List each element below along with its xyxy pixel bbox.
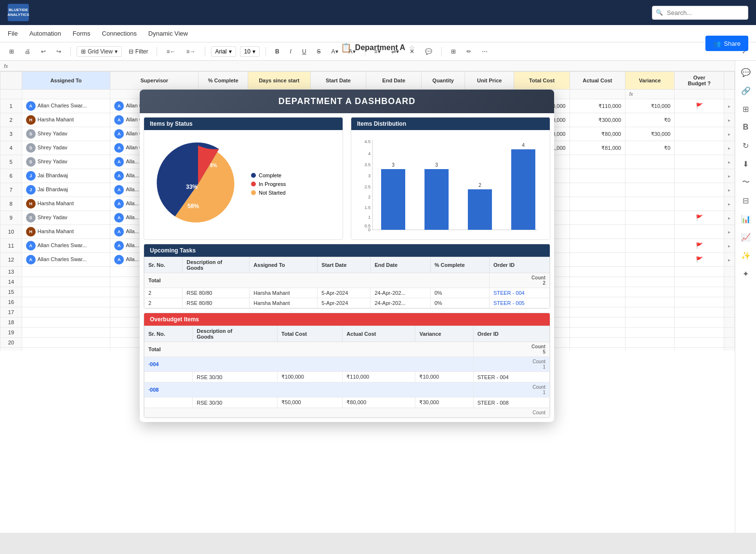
- cell-variance-6[interactable]: [625, 169, 675, 183]
- col-header-total-cost[interactable]: Total Cost: [514, 72, 570, 90]
- sidebar-table2-icon[interactable]: ⊟: [738, 193, 754, 208]
- cell-variance-9[interactable]: [625, 211, 675, 225]
- indent-right-button[interactable]: ≡→: [183, 46, 199, 57]
- bold-button[interactable]: B: [272, 46, 283, 57]
- cell-overbudget-5[interactable]: [675, 155, 724, 169]
- cell-overbudget-13[interactable]: [675, 267, 724, 277]
- cell-overbudget-18[interactable]: [675, 317, 724, 328]
- cell-variance-11[interactable]: [625, 239, 675, 253]
- sidebar-sparkle-icon[interactable]: ✦: [738, 266, 754, 281]
- cell-assigned-19[interactable]: [22, 328, 110, 338]
- col-header-days-since-start[interactable]: Days since start: [248, 72, 310, 90]
- cell-variance-16[interactable]: [625, 297, 675, 307]
- cell-overbudget-9[interactable]: 🚩: [675, 211, 724, 225]
- cell-assigned-2[interactable]: HHarsha Mahant: [22, 113, 110, 127]
- cell-variance-17[interactable]: [625, 307, 675, 317]
- comment-button[interactable]: 💬: [422, 46, 436, 57]
- col-header-actual-cost[interactable]: Actual Cost: [570, 72, 625, 90]
- cell-assigned-8[interactable]: HHarsha Mahant: [22, 197, 110, 211]
- cell-variance-12[interactable]: [625, 253, 675, 267]
- cell-overbudget-21[interactable]: [675, 348, 724, 351]
- cell-actualcost-19[interactable]: [570, 328, 625, 338]
- cell-overbudget-20[interactable]: [675, 338, 724, 348]
- cell-actualcost-10[interactable]: [570, 225, 625, 239]
- cell-assigned-13[interactable]: [22, 267, 110, 277]
- col-header-supervisor[interactable]: Supervisor: [110, 72, 199, 90]
- cell-overbudget-2[interactable]: [675, 113, 724, 127]
- cell-assigned-10[interactable]: HHarsha Mahant: [22, 225, 110, 239]
- grid-toggle-button[interactable]: ⊞: [6, 46, 17, 57]
- sidebar-link-icon[interactable]: 🔗: [738, 83, 754, 98]
- cell-overbudget-14[interactable]: [675, 277, 724, 287]
- sidebar-wave-icon[interactable]: 〜: [738, 174, 754, 190]
- cell-actualcost-17[interactable]: [570, 307, 625, 317]
- cell-assigned-7[interactable]: JJai Bhardwaj: [22, 183, 110, 197]
- sidebar-download-icon[interactable]: ⬇: [738, 156, 754, 171]
- menu-forms[interactable]: Forms: [73, 28, 91, 39]
- sidebar-refresh-icon[interactable]: ↻: [738, 138, 754, 153]
- cell-actualcost-2[interactable]: ₹300,000: [570, 113, 625, 127]
- table-button[interactable]: ⊞: [448, 46, 459, 57]
- cell-overbudget-16[interactable]: [675, 297, 724, 307]
- cell-variance-21[interactable]: [625, 348, 675, 351]
- cell-assigned-3[interactable]: SShrey Yadav: [22, 127, 110, 141]
- cell-overbudget-11[interactable]: 🚩: [675, 239, 724, 253]
- cell-variance-5[interactable]: [625, 155, 675, 169]
- cell-actualcost-18[interactable]: [570, 317, 625, 328]
- cell-assigned-9[interactable]: SShrey Yadav: [22, 211, 110, 225]
- cell-actualcost-4[interactable]: ₹81,000: [570, 141, 625, 155]
- cell-overbudget-10[interactable]: [675, 225, 724, 239]
- print-button[interactable]: 🖨: [21, 46, 34, 57]
- cell-variance-8[interactable]: [625, 197, 675, 211]
- font-size-dropdown[interactable]: 10 ▾: [240, 46, 260, 57]
- cell-actualcost-6[interactable]: [570, 169, 625, 183]
- cell-assigned-18[interactable]: [22, 317, 110, 328]
- cell-assigned-14[interactable]: [22, 277, 110, 287]
- cell-assigned-16[interactable]: [22, 297, 110, 307]
- cell-overbudget-6[interactable]: [675, 169, 724, 183]
- col-header-pct-complete[interactable]: % Complete: [199, 72, 248, 90]
- cell-assigned-4[interactable]: SShrey Yadav: [22, 141, 110, 155]
- cell-assigned-11[interactable]: AAllan Charles Swar...: [22, 239, 110, 253]
- cell-assigned-5[interactable]: SShrey Yadav: [22, 155, 110, 169]
- cell-actualcost-11[interactable]: [570, 239, 625, 253]
- cell-variance-13[interactable]: [625, 267, 675, 277]
- cell-assigned-20[interactable]: [22, 338, 110, 348]
- menu-file[interactable]: File: [8, 28, 18, 39]
- cell-actualcost-20[interactable]: [570, 338, 625, 348]
- more-button[interactable]: ⋯: [478, 46, 491, 57]
- col-header-start-date[interactable]: Start Date: [310, 72, 366, 90]
- cell-variance-4[interactable]: ₹0: [625, 141, 675, 155]
- cell-assigned-12[interactable]: AAllan Charles Swar...: [22, 253, 110, 267]
- sidebar-magic-icon[interactable]: ✨: [738, 248, 754, 263]
- cell-assigned-1[interactable]: AAllan Charles Swar...: [22, 99, 110, 113]
- redo-button[interactable]: ↪: [53, 46, 65, 57]
- sidebar-layers-icon[interactable]: ⊞: [738, 101, 754, 117]
- highlight-button[interactable]: ✏: [463, 46, 475, 57]
- cell-variance-20[interactable]: [625, 338, 675, 348]
- cell-variance-19[interactable]: [625, 328, 675, 338]
- col-header-unit-price[interactable]: Unit Price: [464, 72, 514, 90]
- cell-actualcost-13[interactable]: [570, 267, 625, 277]
- cell-variance-1[interactable]: ₹10,000: [625, 99, 675, 113]
- cell-actualcost-21[interactable]: [570, 348, 625, 351]
- cell-assigned-17[interactable]: [22, 307, 110, 317]
- cell-overbudget-12[interactable]: 🚩: [675, 253, 724, 267]
- cell-overbudget-1[interactable]: 🚩: [675, 99, 724, 113]
- col-header-assigned-to[interactable]: Assigned To: [22, 72, 110, 90]
- cell-actualcost-1[interactable]: ₹110,000: [570, 99, 625, 113]
- sidebar-chart-icon[interactable]: 📊: [738, 211, 754, 226]
- cell-actualcost-8[interactable]: [570, 197, 625, 211]
- cell-actualcost-7[interactable]: [570, 183, 625, 197]
- cell-variance-15[interactable]: [625, 287, 675, 297]
- cell-overbudget-4[interactable]: [675, 141, 724, 155]
- underline-button[interactable]: U: [299, 46, 310, 57]
- cell-assigned-6[interactable]: JJai Bhardwaj: [22, 169, 110, 183]
- cell-variance-7[interactable]: [625, 183, 675, 197]
- cell-variance-3[interactable]: ₹30,000: [625, 127, 675, 141]
- font-family-dropdown[interactable]: Arial ▾: [211, 46, 236, 57]
- share-button[interactable]: 👥 Share: [705, 36, 748, 51]
- cell-actualcost-16[interactable]: [570, 297, 625, 307]
- filter-button[interactable]: ⊟ Filter: [126, 47, 151, 56]
- cell-assigned-21[interactable]: [22, 348, 110, 351]
